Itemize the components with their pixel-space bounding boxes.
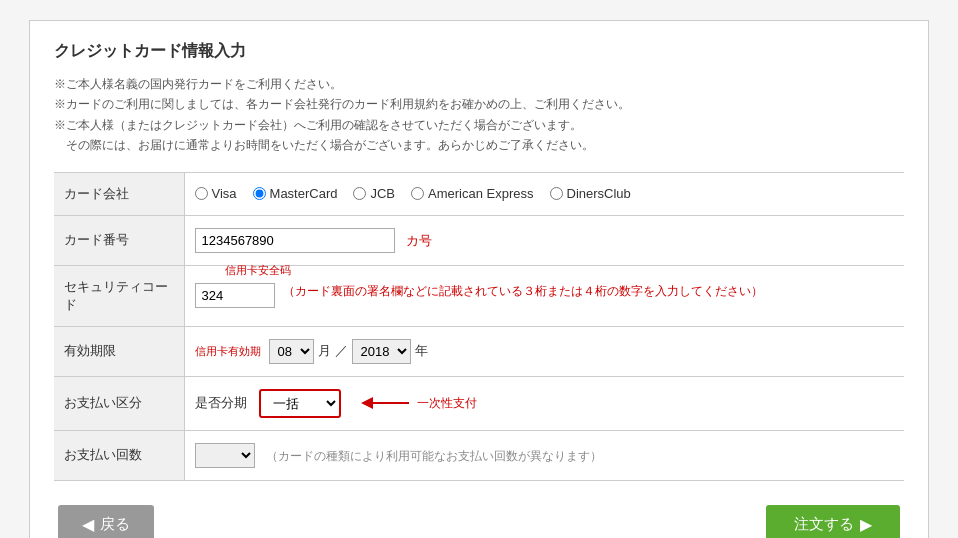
radio-label-mastercard: MasterCard (270, 186, 338, 201)
page-title: クレジットカード情報入力 (54, 41, 904, 62)
expiry-label: 有効期限 (54, 326, 184, 376)
payment-count-label: お支払い回数 (54, 430, 184, 480)
radio-visa[interactable]: Visa (195, 186, 237, 201)
payment-annotation: 一次性支付 (417, 395, 477, 412)
radio-mastercard[interactable]: MasterCard (253, 186, 338, 201)
payment-select[interactable]: 一括 分割 (259, 389, 341, 418)
arrow-annotation: 一次性支付 (361, 391, 477, 415)
payment-count-row: お支払い回数 （カードの種類により利用可能なお支払い回数が異なります） (54, 430, 904, 480)
payment-wrapper: 是否分期 一括 分割 (195, 389, 895, 418)
radio-input-mastercard[interactable] (253, 187, 266, 200)
card-company-label: カード会社 (54, 172, 184, 215)
expiry-year-unit: 年 (415, 342, 428, 360)
expiry-separator: ／ (335, 342, 348, 360)
back-arrow-icon: ◀ (82, 515, 94, 534)
radio-label-diners: DinersClub (567, 186, 631, 201)
order-arrow-icon: ▶ (860, 515, 872, 534)
card-company-value: Visa MasterCard JCB American Express (184, 172, 904, 215)
notice-block: ※ご本人様名義の国内発行カードをご利用ください。 ※カードのご利用に関しましては… (54, 74, 904, 156)
card-number-hint: カ号 (406, 233, 432, 248)
form-table: カード会社 Visa MasterCard JCB (54, 172, 904, 481)
card-number-row: カード番号 カ号 (54, 215, 904, 265)
expiry-annotation: 信用卡有効期 (195, 344, 261, 359)
card-company-row: カード会社 Visa MasterCard JCB (54, 172, 904, 215)
radio-input-jcb[interactable] (353, 187, 366, 200)
payment-type-row: お支払い区分 是否分期 一括 分割 (54, 376, 904, 430)
payment-count-select[interactable] (195, 443, 255, 468)
payment-type-label: お支払い区分 (54, 376, 184, 430)
expiry-year-select[interactable]: 2018 2019 2020 2021 2022 2023 2024 2025 (352, 339, 411, 364)
payment-count-value: （カードの種類により利用可能なお支払い回数が異なります） (184, 430, 904, 480)
back-button-label: 戻る (100, 515, 130, 534)
order-button[interactable]: 注文する ▶ (766, 505, 900, 538)
order-button-label: 注文する (794, 515, 854, 534)
security-wrapper: 信用卡安全码 （カード裏面の署名欄などに記載されている３桁または４桁の数字を入力… (195, 283, 895, 308)
security-code-label: セキュリティコード (54, 265, 184, 326)
security-hint: （カード裏面の署名欄などに記載されている３桁または４桁の数字を入力してください） (283, 283, 763, 300)
payment-count-hint: （カードの種類により利用可能なお支払い回数が異なります） (266, 449, 602, 463)
radio-input-visa[interactable] (195, 187, 208, 200)
card-number-input[interactable] (195, 228, 395, 253)
payment-select-wrapper: 一括 分割 (259, 389, 341, 418)
security-annotation: 信用卡安全码 (225, 263, 291, 278)
arrow-icon (361, 391, 411, 415)
radio-input-diners[interactable] (550, 187, 563, 200)
card-number-label: カード番号 (54, 215, 184, 265)
expiry-month-unit: 月 (318, 342, 331, 360)
radio-input-amex[interactable] (411, 187, 424, 200)
button-row: ◀ 戻る 注文する ▶ (54, 505, 904, 538)
expiry-value: 信用卡有効期 01 02 03 04 05 06 07 08 09 10 11 … (184, 326, 904, 376)
payment-type-value: 是否分期 一括 分割 (184, 376, 904, 430)
radio-label-jcb: JCB (370, 186, 395, 201)
radio-jcb[interactable]: JCB (353, 186, 395, 201)
card-company-radio-group: Visa MasterCard JCB American Express (195, 186, 895, 201)
security-code-row: セキュリティコード 信用卡安全码 （カード裏面の署名欄などに記載されている３桁ま… (54, 265, 904, 326)
notice-line-4: その際には、お届けに通常よりお時間をいただく場合がございます。あらかじめご了承く… (54, 135, 904, 155)
expiry-row: 有効期限 信用卡有効期 01 02 03 04 05 06 07 08 09 1… (54, 326, 904, 376)
back-button[interactable]: ◀ 戻る (58, 505, 154, 538)
payment-yesno: 是否分期 (195, 394, 247, 412)
card-number-value: カ号 (184, 215, 904, 265)
security-input[interactable] (195, 283, 275, 308)
security-code-value: 信用卡安全码 （カード裏面の署名欄などに記載されている３桁または４桁の数字を入力… (184, 265, 904, 326)
radio-amex[interactable]: American Express (411, 186, 533, 201)
radio-label-amex: American Express (428, 186, 533, 201)
radio-diners[interactable]: DinersClub (550, 186, 631, 201)
notice-line-2: ※カードのご利用に関しましては、各カード会社発行のカード利用規約をお確かめの上、… (54, 94, 904, 114)
radio-label-visa: Visa (212, 186, 237, 201)
notice-line-1: ※ご本人様名義の国内発行カードをご利用ください。 (54, 74, 904, 94)
expiry-month-select[interactable]: 01 02 03 04 05 06 07 08 09 10 11 12 (269, 339, 314, 364)
credit-card-form-container: クレジットカード情報入力 ※ご本人様名義の国内発行カードをご利用ください。 ※カ… (29, 20, 929, 538)
expiry-wrapper: 信用卡有効期 01 02 03 04 05 06 07 08 09 10 11 … (195, 339, 895, 364)
notice-line-3: ※ご本人様（またはクレジットカード会社）へご利用の確認をさせていただく場合がござ… (54, 115, 904, 135)
